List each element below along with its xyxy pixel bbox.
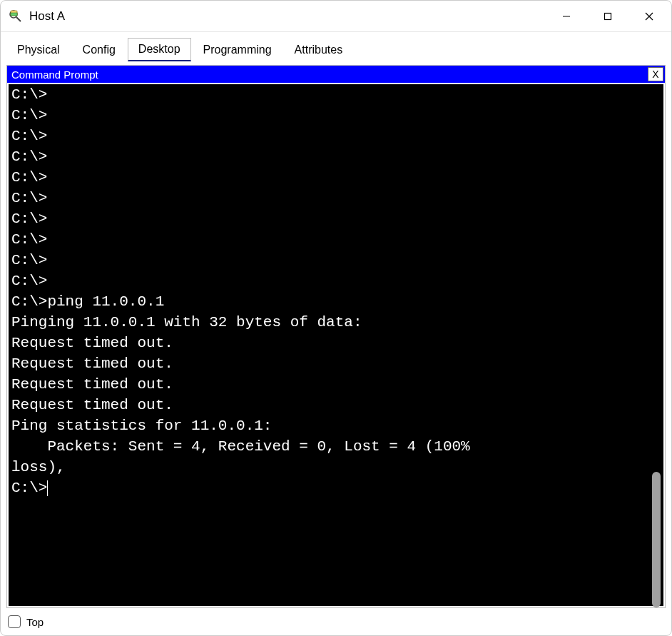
bottom-bar: Top <box>1 611 671 635</box>
terminal-line: C:\> <box>11 478 661 498</box>
tab-programming[interactable]: Programming <box>193 39 282 61</box>
svg-line-1 <box>16 17 21 21</box>
terminal-line: Request timed out. <box>11 353 661 374</box>
panel-close-button[interactable]: X <box>648 67 663 81</box>
terminal-line: Ping statistics for 11.0.0.1: <box>11 415 661 436</box>
svg-rect-3 <box>11 13 17 16</box>
app-icon <box>8 9 24 24</box>
terminal-line: Request timed out. <box>11 395 661 415</box>
app-window: Host A Physical Config Desktop Programmi… <box>0 0 672 636</box>
minimize-icon <box>562 12 571 21</box>
terminal-line: Pinging 11.0.0.1 with 32 bytes of data: <box>11 312 661 333</box>
cursor <box>47 480 48 496</box>
terminal-line: C:\> <box>11 84 661 105</box>
terminal-line: C:\> <box>11 126 661 146</box>
terminal-line: C:\> <box>11 105 661 126</box>
terminal[interactable]: C:\>C:\>C:\>C:\>C:\>C:\>C:\>C:\>C:\>C:\>… <box>9 84 663 606</box>
close-icon <box>644 11 654 21</box>
minimize-button[interactable] <box>546 1 587 31</box>
terminal-line: Request timed out. <box>11 374 661 395</box>
tab-attributes[interactable]: Attributes <box>284 39 354 61</box>
panel-titlebar[interactable]: Command Prompt X <box>7 66 665 83</box>
terminal-container: C:\>C:\>C:\>C:\>C:\>C:\>C:\>C:\>C:\>C:\>… <box>7 83 665 607</box>
window-controls <box>546 1 670 31</box>
terminal-line: C:\> <box>11 250 661 271</box>
terminal-line: C:\> <box>11 229 661 250</box>
terminal-line: C:\> <box>11 271 661 291</box>
tabbar: Physical Config Desktop Programming Attr… <box>1 32 671 62</box>
top-checkbox[interactable] <box>8 615 21 628</box>
tab-physical[interactable]: Physical <box>6 39 71 61</box>
scrollbar-thumb[interactable] <box>652 472 661 607</box>
panel-title: Command Prompt <box>11 69 648 81</box>
tab-desktop[interactable]: Desktop <box>128 38 191 61</box>
terminal-line: Request timed out. <box>11 333 661 353</box>
close-button[interactable] <box>628 1 670 31</box>
tab-config[interactable]: Config <box>72 39 126 61</box>
window-titlebar[interactable]: Host A <box>1 1 671 32</box>
terminal-line: C:\> <box>11 146 661 167</box>
terminal-line: C:\> <box>11 188 661 208</box>
content-area: Command Prompt X C:\>C:\>C:\>C:\>C:\>C:\… <box>6 65 666 608</box>
terminal-line: C:\> <box>11 208 661 229</box>
maximize-button[interactable] <box>587 1 628 31</box>
maximize-icon <box>604 12 612 21</box>
terminal-line: loss), <box>11 457 661 478</box>
window-title: Host A <box>29 9 546 24</box>
terminal-line: Packets: Sent = 4, Received = 0, Lost = … <box>11 436 661 457</box>
top-label: Top <box>26 616 44 628</box>
svg-rect-5 <box>605 13 611 19</box>
terminal-line: C:\>ping 11.0.0.1 <box>11 291 661 312</box>
terminal-line: C:\> <box>11 167 661 188</box>
